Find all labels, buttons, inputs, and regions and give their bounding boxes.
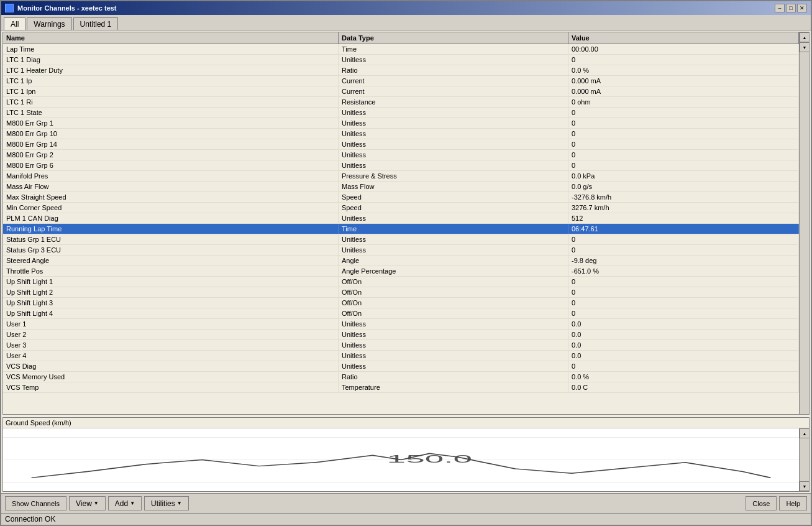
maximize-button[interactable]: □ xyxy=(786,4,796,12)
table-row[interactable]: Up Shift Light 2Off/On0 xyxy=(3,287,799,298)
table-row[interactable]: PLM 1 CAN DiagUnitless512 xyxy=(3,213,799,224)
table-row[interactable]: User 4Unitless0.0 xyxy=(3,351,799,361)
cell-name: LTC 1 Ri xyxy=(3,97,339,107)
cell-datatype: Current xyxy=(339,76,568,86)
table-row[interactable]: Status Grp 3 ECUUnitless0 xyxy=(3,245,799,256)
add-button[interactable]: Add ▼ xyxy=(108,496,142,510)
scroll-up-btn[interactable]: ▲ xyxy=(800,32,809,42)
bottom-scroll-down-btn[interactable]: ▼ xyxy=(800,481,809,491)
cell-datatype: Unitless xyxy=(339,108,568,118)
table-row[interactable]: LTC 1 DiagUnitless0 xyxy=(3,55,799,65)
cell-datatype: Unitless xyxy=(339,245,568,255)
table-row[interactable]: Up Shift Light 4Off/On0 xyxy=(3,308,799,319)
bottom-scroll-track[interactable] xyxy=(800,438,809,481)
chart-svg: 150.0 xyxy=(3,428,799,491)
cell-datatype: Unitless xyxy=(339,139,568,149)
cell-name: Up Shift Light 2 xyxy=(3,287,339,297)
cell-value: 0.0 C xyxy=(568,382,799,392)
help-button[interactable]: Help xyxy=(779,496,807,510)
table-row[interactable]: LTC 1 IpCurrent0.000 mA xyxy=(3,76,799,86)
cell-value: 0 xyxy=(568,118,799,128)
cell-datatype: Unitless xyxy=(339,319,568,329)
cell-value: -9.8 deg xyxy=(568,256,799,265)
cell-datatype: Unitless xyxy=(339,351,568,361)
table-row[interactable]: Running Lap TimeTime06:47.61 xyxy=(3,224,799,234)
data-table-container: Name Data Type Value Lap TimeTime00:00.0… xyxy=(2,32,810,415)
cell-datatype: Ratio xyxy=(339,65,568,75)
table-row[interactable]: Lap TimeTime00:00.00 xyxy=(3,44,799,55)
cell-value: 0.0 xyxy=(568,351,799,361)
cell-datatype: Unitless xyxy=(339,213,568,223)
utilities-button[interactable]: Utilities ▼ xyxy=(144,496,189,510)
bottom-panel-scrollbar[interactable]: ▲ ▼ xyxy=(799,428,809,491)
view-button[interactable]: View ▼ xyxy=(69,496,106,510)
table-body[interactable]: Lap TimeTime00:00.00LTC 1 DiagUnitless0L… xyxy=(3,44,799,414)
window-title: Monitor Channels - xeetec test xyxy=(17,4,117,12)
bottom-scroll-up-btn[interactable]: ▲ xyxy=(800,428,809,438)
cell-value: 0 xyxy=(568,234,799,244)
table-row[interactable]: M800 Err Grp 14Unitless0 xyxy=(3,139,799,150)
table-scrollbar[interactable]: ▲ ▼ xyxy=(799,32,809,414)
cell-name: PLM 1 CAN Diag xyxy=(3,213,339,223)
cell-value: 0.0 xyxy=(568,319,799,329)
table-row[interactable]: Mass Air FlowMass Flow0.0 g/s xyxy=(3,182,799,192)
table-row[interactable]: Throttle PosAngle Percentage-651.0 % xyxy=(3,266,799,277)
table-with-scroll: Name Data Type Value Lap TimeTime00:00.0… xyxy=(3,32,809,414)
show-channels-button[interactable]: Show Channels xyxy=(5,496,66,510)
cell-name: Up Shift Light 1 xyxy=(3,277,339,287)
table-row[interactable]: User 2Unitless0.0 xyxy=(3,330,799,340)
table-row[interactable]: LTC 1 StateUnitless0 xyxy=(3,108,799,118)
table-row[interactable]: M800 Err Grp 2Unitless0 xyxy=(3,150,799,160)
cell-name: User 1 xyxy=(3,319,339,329)
table-row[interactable]: Steered AngleAngle-9.8 deg xyxy=(3,256,799,266)
cell-value: -3276.8 km/h xyxy=(568,192,799,202)
cell-name: Throttle Pos xyxy=(3,266,339,276)
table-row[interactable]: M800 Err Grp 1Unitless0 xyxy=(3,118,799,129)
table-row[interactable]: Up Shift Light 3Off/On0 xyxy=(3,298,799,308)
table-row[interactable]: VCS Memory UsedRatio0.0 % xyxy=(3,372,799,382)
minimize-button[interactable]: – xyxy=(775,4,785,12)
chart-title: Ground Speed (km/h) xyxy=(3,418,809,428)
cell-name: M800 Err Grp 14 xyxy=(3,139,339,149)
table-row[interactable]: LTC 1 IpnCurrent0.000 mA xyxy=(3,86,799,97)
table-row[interactable]: Min Corner SpeedSpeed3276.7 km/h xyxy=(3,203,799,213)
tab-all[interactable]: All xyxy=(4,17,25,30)
close-button[interactable]: Close xyxy=(746,496,777,510)
cell-name: LTC 1 State xyxy=(3,108,339,118)
cell-value: 00:00.00 xyxy=(568,44,799,54)
add-dropdown-arrow: ▼ xyxy=(130,501,135,506)
scroll-down-btn[interactable]: ▼ xyxy=(800,42,809,52)
table-row[interactable]: LTC 1 RiResistance0 ohm xyxy=(3,97,799,108)
cell-datatype: Temperature xyxy=(339,382,568,392)
table-row[interactable]: VCS TempTemperature0.0 C xyxy=(3,382,799,393)
cell-name: VCS Diag xyxy=(3,361,339,371)
cell-name: Steered Angle xyxy=(3,256,339,265)
table-row[interactable]: M800 Err Grp 10Unitless0 xyxy=(3,129,799,139)
table-row[interactable]: M800 Err Grp 6Unitless0 xyxy=(3,160,799,171)
table-row[interactable]: LTC 1 Heater DutyRatio0.0 % xyxy=(3,65,799,76)
cell-value: 0.0 kPa xyxy=(568,171,799,181)
cell-value: 0 xyxy=(568,308,799,318)
cell-value: 0.000 mA xyxy=(568,86,799,96)
cell-name: Up Shift Light 3 xyxy=(3,298,339,308)
table-row[interactable]: Manifold PresPressure & Stress0.0 kPa xyxy=(3,171,799,182)
table-row[interactable]: Status Grp 1 ECUUnitless0 xyxy=(3,234,799,245)
table-row[interactable]: VCS DiagUnitless0 xyxy=(3,361,799,372)
col-header-value: Value xyxy=(568,32,799,44)
table-row[interactable]: Up Shift Light 1Off/On0 xyxy=(3,277,799,287)
tab-untitled1[interactable]: Untitled 1 xyxy=(73,17,119,30)
cell-value: 0.000 mA xyxy=(568,76,799,86)
cell-datatype: Time xyxy=(339,224,568,234)
svg-text:150.0: 150.0 xyxy=(387,453,472,465)
main-area: Name Data Type Value Lap TimeTime00:00.0… xyxy=(1,30,811,493)
table-row[interactable]: Max Straight SpeedSpeed-3276.8 km/h xyxy=(3,192,799,203)
table-row[interactable]: User 1Unitless0.0 xyxy=(3,319,799,330)
cell-name: LTC 1 Diag xyxy=(3,55,339,65)
cell-value: 0.0 g/s xyxy=(568,182,799,191)
tab-warnings[interactable]: Warnings xyxy=(27,17,71,30)
table-row[interactable]: User 3Unitless0.0 xyxy=(3,340,799,351)
cell-value: 0.0 % xyxy=(568,65,799,75)
cell-value: 0 xyxy=(568,55,799,65)
cell-value: 0 xyxy=(568,160,799,170)
close-window-button[interactable]: ✕ xyxy=(797,4,807,12)
